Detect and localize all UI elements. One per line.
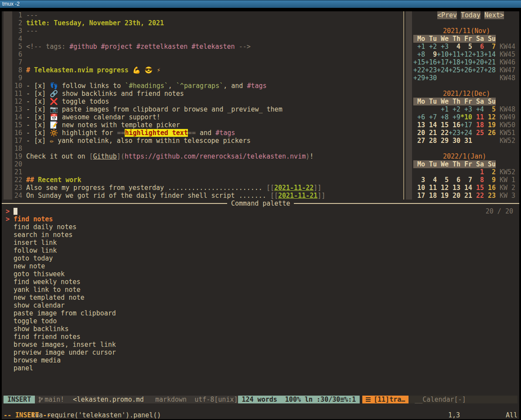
palette-item[interactable]: show calendar xyxy=(2,301,519,309)
palette-item[interactable]: search in notes xyxy=(2,231,519,239)
palette-item[interactable]: panel xyxy=(2,364,519,372)
editor-buffer[interactable]: 1---2title: Tuesday, November 23th, 2021… xyxy=(2,11,325,200)
editor-line[interactable]: 6 xyxy=(2,51,325,58)
calendar-day[interactable]: +23 xyxy=(425,66,437,74)
editor-line[interactable]: 2title: Tuesday, November 23th, 2021 xyxy=(2,19,325,27)
calendar-day[interactable]: 16 xyxy=(449,121,460,129)
calendar-day[interactable]: 6 xyxy=(472,43,484,51)
window-split-separator[interactable] xyxy=(403,11,404,200)
prev-button[interactable]: <Prev xyxy=(437,11,457,19)
palette-item[interactable]: preview image under cursor xyxy=(2,349,519,356)
calendar-day[interactable]: 11 xyxy=(472,113,484,121)
calendar-day[interactable]: +8 xyxy=(413,51,425,58)
calendar-day[interactable]: +13 xyxy=(472,51,484,58)
calendar-day[interactable]: +8 xyxy=(437,113,449,121)
palette-item[interactable]: browse images, insert link xyxy=(2,341,519,349)
palette-item[interactable]: paste image from clipboard xyxy=(2,309,519,317)
palette-item[interactable]: find friend notes xyxy=(2,333,519,341)
calendar-day[interactable]: 12 xyxy=(484,113,496,121)
calendar-day[interactable]: 27 xyxy=(413,137,425,145)
calendar-day[interactable]: 22 xyxy=(472,192,484,200)
calendar-day[interactable]: +12 xyxy=(460,51,472,58)
calendar-day[interactable]: 8 xyxy=(472,176,484,184)
calendar-day[interactable]: 1 xyxy=(472,168,484,176)
editor-line[interactable]: 19Check it out on [Github](https://githu… xyxy=(2,152,325,160)
calendar-day[interactable]: +18 xyxy=(449,58,460,66)
today-button[interactable]: Today xyxy=(461,11,480,19)
palette-item[interactable]: show backlinks xyxy=(2,325,519,333)
editor-line[interactable]: 7 xyxy=(2,58,325,66)
palette-item[interactable]: toggle todo xyxy=(2,317,519,325)
calendar-day[interactable]: *10 xyxy=(460,113,472,121)
calendar-day[interactable]: +30 xyxy=(425,74,437,82)
tab-indicator[interactable]: [11]tra… xyxy=(362,396,409,403)
calendar-day[interactable]: 5 xyxy=(484,105,496,113)
editor-line[interactable]: 5<!-- tags: #github #project #zettelkast… xyxy=(2,43,325,51)
calendar-day[interactable]: +11 xyxy=(449,51,460,58)
editor-line[interactable]: 9 xyxy=(2,74,325,82)
calendar-day[interactable]: +29 xyxy=(413,74,425,82)
calendar-day[interactable]: +14 xyxy=(484,51,496,58)
calendar-day[interactable]: 10 xyxy=(413,184,425,192)
editor-line[interactable]: 8# Telekasten.nvim progress 💪 😎 ⚡ xyxy=(2,66,325,74)
palette-item[interactable]: browse media xyxy=(2,356,519,364)
calendar-day[interactable]: 30 xyxy=(449,137,460,145)
calendar-day[interactable]: 28 xyxy=(425,137,437,145)
calendar-day[interactable]: 4 xyxy=(425,176,437,184)
editor-line[interactable]: 1--- xyxy=(2,11,325,19)
calendar-day[interactable]: +6 xyxy=(413,113,425,121)
calendar-day[interactable]: +3 xyxy=(460,105,472,113)
calendar-day[interactable]: 26 xyxy=(484,129,496,137)
calendar-day[interactable]: +10 xyxy=(437,51,449,58)
editor-line[interactable]: 4 xyxy=(2,35,325,43)
calendar-day[interactable]: +17 xyxy=(460,121,472,129)
calendar-day[interactable]: +23 xyxy=(449,129,460,137)
calendar-day[interactable]: +9 xyxy=(449,113,460,121)
calendar-day[interactable]: 17 xyxy=(413,192,425,200)
calendar-day[interactable]: 18 xyxy=(472,121,484,129)
calendar-day[interactable]: 21 xyxy=(460,192,472,200)
palette-item[interactable]: >find notes xyxy=(2,215,519,223)
calendar-day[interactable]: 19 xyxy=(484,121,496,129)
editor-line[interactable]: 11- [x] 🔗 show backlinks and friend note… xyxy=(2,90,325,98)
palette-item[interactable]: find daily notes xyxy=(2,223,519,231)
calendar-day[interactable]: +15 xyxy=(413,58,425,66)
editor-line[interactable]: 16- [x] 🔆 highlight for ==highlighted te… xyxy=(2,129,325,137)
calendar-day[interactable]: 4 xyxy=(449,43,460,51)
calendar-day[interactable]: 21 xyxy=(425,129,437,137)
palette-item[interactable]: goto thisweek xyxy=(2,270,519,278)
calendar-day[interactable]: +26 xyxy=(460,66,472,74)
calendar-day[interactable]: +21 xyxy=(484,58,496,66)
calendar-day[interactable]: +28 xyxy=(484,66,496,74)
calendar-day[interactable]: 9 xyxy=(425,51,437,58)
editor-line[interactable]: 24On Sunday we got rid of the daily find… xyxy=(2,192,325,200)
editor-line[interactable]: 20 xyxy=(2,160,325,168)
calendar-day[interactable]: 12 xyxy=(437,184,449,192)
calendar-day[interactable]: 15 xyxy=(437,121,449,129)
calendar-day[interactable]: 19 xyxy=(437,192,449,200)
palette-item[interactable]: new note xyxy=(2,262,519,270)
calendar-day[interactable]: +24 xyxy=(460,129,472,137)
calendar-day[interactable]: 25 xyxy=(472,129,484,137)
calendar-day[interactable]: 3 xyxy=(413,176,425,184)
calendar-day[interactable]: 29 xyxy=(437,137,449,145)
calendar-day[interactable]: +17 xyxy=(437,58,449,66)
calendar-day[interactable]: +20 xyxy=(472,58,484,66)
editor-line[interactable]: 10- [x] 👣 follow links to `#headings`, `… xyxy=(2,82,325,90)
calendar-day[interactable]: +3 xyxy=(437,43,449,51)
editor-line[interactable]: 12- [x] ❌ toggle todos xyxy=(2,98,325,105)
calendar-day[interactable]: +24 xyxy=(437,66,449,74)
calendar-day[interactable]: 22 xyxy=(437,129,449,137)
calendar-day[interactable]: 18 xyxy=(425,192,437,200)
calendar-day[interactable]: 14 xyxy=(460,184,472,192)
editor-line[interactable]: 15- [x] 📝 new notes with template picker xyxy=(2,121,325,129)
calendar-day[interactable]: +2 xyxy=(425,43,437,51)
calendar-day[interactable]: +2 xyxy=(449,105,460,113)
editor-line[interactable]: 13- [x] 📷 paste images from clipboard or… xyxy=(2,105,325,113)
palette-item[interactable]: follow link xyxy=(2,247,519,254)
calendar-day[interactable]: 9 xyxy=(484,176,496,184)
calendar-day[interactable]: +25 xyxy=(449,66,460,74)
calendar-day[interactable]: 23 xyxy=(484,192,496,200)
calendar-day[interactable]: +19 xyxy=(460,58,472,66)
calendar-day[interactable]: 2 xyxy=(484,168,496,176)
